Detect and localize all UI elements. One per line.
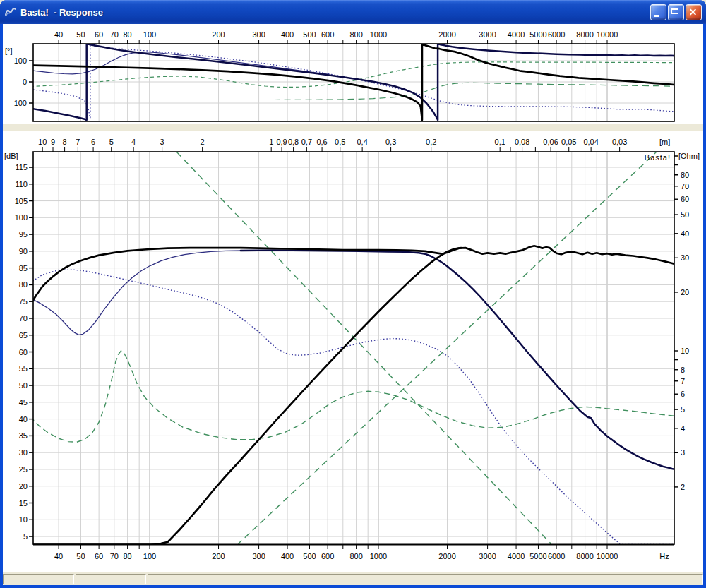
- status-panel-3: [148, 574, 703, 584]
- svg-text:10: 10: [19, 515, 28, 524]
- svg-text:5: 5: [681, 405, 685, 414]
- svg-text:15: 15: [19, 499, 28, 508]
- svg-text:3000: 3000: [479, 30, 496, 39]
- svg-text:110: 110: [15, 180, 28, 188]
- svg-text:1: 1: [269, 138, 273, 146]
- svg-text:90: 90: [19, 247, 28, 256]
- svg-text:40: 40: [681, 229, 689, 238]
- svg-text:100: 100: [143, 30, 156, 39]
- svg-text:4000: 4000: [508, 30, 525, 39]
- svg-text:6: 6: [681, 390, 685, 398]
- svg-text:60: 60: [95, 30, 103, 39]
- maximize-icon: [669, 5, 683, 20]
- status-panel-1: [3, 574, 74, 584]
- close-icon: [686, 5, 701, 20]
- svg-text:5: 5: [23, 532, 28, 541]
- svg-text:200: 200: [212, 30, 225, 39]
- svg-text:6: 6: [91, 138, 95, 146]
- svg-text:0,05: 0,05: [561, 138, 576, 146]
- svg-text:500: 500: [303, 552, 316, 560]
- phase-unit-label: [°]: [5, 47, 13, 55]
- title-bar[interactable]: Basta! - Response: [0, 0, 706, 24]
- svg-text:0,5: 0,5: [335, 138, 345, 146]
- svg-text:0,06: 0,06: [543, 138, 558, 146]
- status-bar: [3, 572, 703, 585]
- svg-text:60: 60: [681, 195, 689, 203]
- svg-text:600: 600: [321, 30, 334, 39]
- svg-text:500: 500: [303, 30, 316, 39]
- svg-text:30: 30: [19, 448, 28, 457]
- svg-text:5000: 5000: [530, 30, 546, 39]
- window-controls: [650, 4, 702, 20]
- svg-text:3: 3: [681, 448, 685, 457]
- basta-watermark: Basta!: [645, 153, 671, 162]
- svg-text:9: 9: [51, 138, 55, 146]
- svg-text:300: 300: [252, 30, 265, 39]
- svg-text:2000: 2000: [438, 30, 455, 39]
- svg-text:2: 2: [681, 483, 685, 491]
- svg-text:65: 65: [19, 331, 28, 340]
- svg-text:5000: 5000: [530, 552, 546, 560]
- close-button[interactable]: [686, 4, 702, 20]
- svg-text:80: 80: [123, 552, 131, 560]
- wavelength-unit-label: [m]: [659, 138, 670, 146]
- svg-text:2000: 2000: [438, 552, 455, 560]
- svg-text:2: 2: [201, 138, 205, 146]
- svg-text:80: 80: [19, 280, 28, 289]
- svg-text:5: 5: [109, 138, 114, 146]
- svg-text:100: 100: [15, 213, 28, 222]
- svg-text:50: 50: [19, 381, 28, 390]
- svg-text:40: 40: [19, 415, 28, 424]
- chart-svg: 4050607080100200300400500600800100020003…: [3, 24, 703, 572]
- svg-text:300: 300: [252, 552, 265, 560]
- app-icon: [4, 6, 17, 18]
- svg-text:30: 30: [681, 253, 689, 262]
- svg-text:45: 45: [19, 398, 28, 407]
- svg-text:8000: 8000: [576, 552, 593, 560]
- svg-text:100: 100: [143, 552, 156, 560]
- svg-text:55: 55: [19, 364, 28, 373]
- svg-text:70: 70: [110, 552, 119, 560]
- svg-text:1000: 1000: [370, 30, 387, 39]
- svg-text:4000: 4000: [508, 552, 525, 560]
- svg-text:95: 95: [19, 230, 28, 239]
- svg-text:7: 7: [76, 138, 80, 146]
- svg-text:3: 3: [160, 138, 164, 146]
- svg-text:10000: 10000: [597, 552, 618, 560]
- db-unit-label: [dB]: [4, 152, 18, 160]
- maximize-button[interactable]: [668, 4, 684, 20]
- window-title: Basta! - Response: [20, 7, 650, 18]
- svg-text:105: 105: [15, 197, 28, 205]
- svg-text:25: 25: [19, 465, 28, 474]
- svg-text:10: 10: [681, 347, 689, 355]
- svg-text:4: 4: [681, 424, 685, 433]
- svg-text:70: 70: [19, 314, 28, 323]
- chart-client-area: 4050607080100200300400500600800100020003…: [3, 24, 703, 572]
- svg-text:400: 400: [281, 552, 294, 560]
- plot-splitter[interactable]: [3, 123, 703, 131]
- svg-text:60: 60: [95, 552, 103, 560]
- svg-text:10: 10: [38, 138, 47, 146]
- svg-text:50: 50: [76, 30, 85, 39]
- svg-text:-100: -100: [11, 99, 27, 107]
- svg-text:100: 100: [14, 56, 27, 65]
- svg-text:75: 75: [19, 297, 28, 306]
- svg-text:8: 8: [681, 366, 685, 374]
- svg-text:40: 40: [54, 30, 63, 39]
- svg-text:1000: 1000: [370, 552, 387, 560]
- svg-text:8: 8: [63, 138, 67, 146]
- svg-text:800: 800: [349, 30, 362, 39]
- svg-text:0,04: 0,04: [583, 138, 598, 146]
- svg-text:80: 80: [681, 171, 689, 179]
- svg-text:35: 35: [19, 431, 28, 440]
- ohm-unit-label: [Ohm]: [678, 152, 700, 160]
- svg-text:0,7: 0,7: [301, 138, 312, 146]
- minimize-button[interactable]: [650, 4, 666, 20]
- svg-text:0,3: 0,3: [385, 138, 396, 146]
- svg-text:10000: 10000: [597, 30, 618, 39]
- svg-text:50: 50: [681, 210, 689, 219]
- svg-text:0,6: 0,6: [316, 138, 327, 146]
- svg-text:400: 400: [281, 30, 294, 39]
- svg-text:800: 800: [349, 552, 362, 560]
- svg-text:0,03: 0,03: [612, 138, 627, 146]
